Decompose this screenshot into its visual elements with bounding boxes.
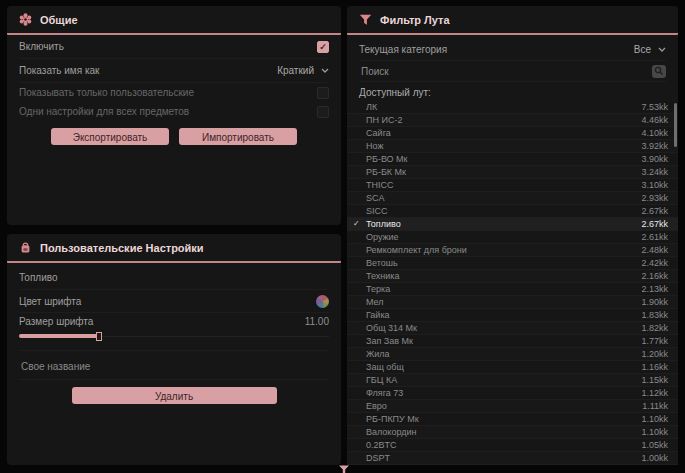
export-button[interactable]: Экспортировать: [51, 128, 169, 145]
setting-label: Одни настройки для всех предметов: [19, 106, 189, 117]
loot-item-value: 1.11kk: [642, 401, 668, 411]
left-column: Общие Включить ✓ Показать имя как Кратки…: [7, 6, 341, 465]
font-size-row: Размер шрифта 11.00: [19, 312, 329, 330]
setting-label: Включить: [19, 41, 64, 52]
category-label: Текущая категория: [359, 44, 447, 55]
loot-item-value: 2.16kk: [641, 271, 668, 281]
loot-item-value: 3.24kk: [641, 167, 668, 177]
custom-name-row: [19, 350, 329, 380]
loot-item-name: Техника: [366, 271, 641, 281]
selected-item-name: Топливо: [19, 263, 329, 289]
loot-list-item[interactable]: Оружие2.61kk: [347, 231, 678, 244]
search-row: [359, 61, 666, 82]
panel-loot-filter: Фильтр Лута Текущая категория Все Доступ…: [347, 6, 678, 465]
loot-list-item[interactable]: РБ-БК Мк3.24kk: [347, 166, 678, 179]
loot-item-name: Зап Зав Мк: [366, 336, 641, 346]
loot-item-name: Гайка: [366, 310, 641, 320]
setting-row-name-mode: Показать имя как Краткий: [19, 59, 329, 83]
loot-item-name: ЛК: [366, 102, 641, 112]
loot-list-item[interactable]: Техника2.16kk: [347, 270, 678, 283]
loot-list-item[interactable]: SCA2.93kk: [347, 192, 678, 205]
loot-item-value: 2.93kk: [641, 193, 668, 203]
loot-list-item[interactable]: Валокордин1.10kk: [347, 426, 678, 439]
loot-list-item[interactable]: РБ-ВО Мк3.90kk: [347, 153, 678, 166]
font-size-label: Размер шрифта: [19, 316, 93, 327]
loot-item-name: Оружие: [366, 232, 641, 242]
loot-item-value: 1.10kk: [641, 414, 668, 424]
loot-list-item[interactable]: Защ общ1.16kk: [347, 361, 678, 374]
funnel-icon: [359, 14, 372, 26]
font-color-label: Цвет шрифта: [19, 296, 81, 307]
import-button[interactable]: Импортировать: [179, 128, 297, 145]
loot-item-value: 1.20kk: [641, 349, 668, 359]
loot-item-name: Ремкомплект для брони: [366, 245, 641, 255]
loot-list-item[interactable]: Общ 314 Мк1.82kk: [347, 322, 678, 335]
loot-list-item[interactable]: 0.2BTC1.05kk: [347, 439, 678, 452]
loot-list-item[interactable]: SICC2.67kk: [347, 205, 678, 218]
loot-list-item[interactable]: ПН ИС-24.46kk: [347, 114, 678, 127]
setting-label: Показать имя как: [19, 65, 99, 76]
loot-item-name: РБ-ПКПУ Мк: [366, 414, 641, 424]
loot-item-name: Сайга: [366, 128, 641, 138]
loot-list-item[interactable]: DSPT1.00kk: [347, 452, 678, 465]
loot-item-name: Фляга 73: [366, 388, 641, 398]
loot-list-scrollbar[interactable]: [674, 103, 677, 147]
delete-button[interactable]: Удалить: [72, 387, 277, 404]
loot-item-value: 1.77kk: [641, 336, 668, 346]
loot-list-item[interactable]: Евро1.11kk: [347, 400, 678, 413]
enable-checkbox[interactable]: ✓: [317, 41, 329, 53]
general-panel-header: Общие: [19, 6, 329, 33]
slider-handle[interactable]: [96, 332, 102, 341]
loot-list-item[interactable]: Гайка1.83kk: [347, 309, 678, 322]
loot-item-value: 2.42kk: [641, 258, 668, 268]
panel-title: Пользовательские Настройки: [40, 242, 204, 254]
search-icon[interactable]: [652, 65, 666, 78]
loot-list-item[interactable]: Жила1.20kk: [347, 348, 678, 361]
loot-item-name: Евро: [366, 401, 642, 411]
loot-list-item[interactable]: Мел1.90kk: [347, 296, 678, 309]
panel-title: Фильтр Лута: [380, 14, 450, 26]
name-mode-dropdown[interactable]: Краткий: [277, 65, 329, 76]
loot-item-name: Нож: [366, 141, 641, 151]
loot-list-item[interactable]: ЛК7.53kk: [347, 101, 678, 114]
loot-item-name: DSPT: [366, 453, 641, 463]
loot-list-item[interactable]: Сайга4.10kk: [347, 127, 678, 140]
category-dropdown[interactable]: Все: [634, 44, 666, 55]
loot-list-item[interactable]: ГБЦ КА1.15kk: [347, 374, 678, 387]
only-custom-checkbox[interactable]: [317, 87, 329, 99]
loot-list-item[interactable]: РБ-ПКПУ Мк1.10kk: [347, 413, 678, 426]
color-wheel-icon[interactable]: [316, 295, 329, 308]
loot-item-name: Ветошь: [366, 258, 641, 268]
loot-item-value: 3.10kk: [641, 180, 668, 190]
loot-item-name: SICC: [366, 206, 641, 216]
custom-name-input[interactable]: [19, 360, 333, 373]
font-size-slider[interactable]: [19, 331, 329, 342]
loot-list-item[interactable]: Зап Зав Мк1.77kk: [347, 335, 678, 348]
loot-item-name: Топливо: [366, 219, 641, 229]
settings-window: Общие Включить ✓ Показать имя как Кратки…: [0, 0, 685, 461]
loot-list-item[interactable]: Ветошь2.42kk: [347, 257, 678, 270]
loot-list-item[interactable]: ✓Топливо2.67kk: [347, 218, 678, 231]
loot-item-value: 4.46kk: [641, 115, 668, 125]
loot-list-item[interactable]: Фляга 731.12kk: [347, 387, 678, 400]
bottom-funnel-icon[interactable]: [338, 462, 350, 473]
dropdown-value: Краткий: [277, 65, 314, 76]
chevron-down-icon: [658, 47, 666, 52]
loot-item-value: 1.10kk: [641, 427, 668, 437]
loot-list-item[interactable]: Нож3.92kk: [347, 140, 678, 153]
loot-item-value: 3.92kk: [641, 141, 668, 151]
search-input[interactable]: [359, 65, 652, 78]
loot-item-value: 2.61kk: [641, 232, 668, 242]
loot-item-name: Валокордин: [366, 427, 641, 437]
panel-general: Общие Включить ✓ Показать имя как Кратки…: [7, 6, 341, 225]
loot-list-item[interactable]: Терка2.13kk: [347, 283, 678, 296]
dropdown-value: Все: [634, 44, 651, 55]
loot-item-name: Терка: [366, 284, 641, 294]
setting-row-enable: Включить ✓: [19, 35, 329, 59]
loot-list-item[interactable]: THICC3.10kk: [347, 179, 678, 192]
loot-item-value: 4.10kk: [641, 128, 668, 138]
same-for-all-checkbox[interactable]: [317, 106, 329, 118]
loot-item-value: 1.12kk: [641, 388, 668, 398]
loot-list-item[interactable]: Ремкомплект для брони2.48kk: [347, 244, 678, 257]
loot-item-name: Общ 314 Мк: [366, 323, 641, 333]
